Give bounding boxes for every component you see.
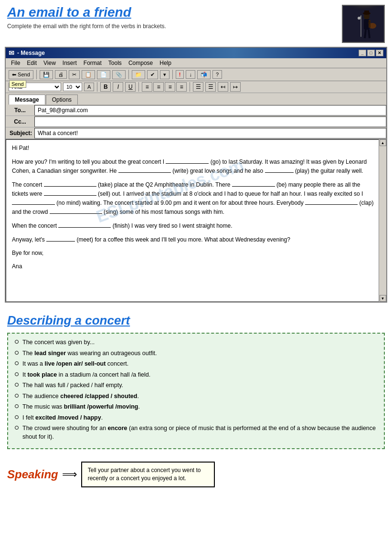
email-paragraph-4: Anyway, let's (meet) for a coffee this w… xyxy=(12,235,374,244)
email-body[interactable]: ESLprintables.com Hi Pat! How are you? I… xyxy=(6,139,386,302)
minimize-button[interactable]: _ xyxy=(359,50,366,56)
bold-took-place: took place xyxy=(27,371,57,378)
send-tooltip-label: Send xyxy=(9,80,26,88)
increase-indent-button[interactable]: ↦ xyxy=(230,82,241,92)
description-box: The concert was given by... The lead sin… xyxy=(7,333,385,449)
title-bar: ✉ - Message _ □ ✕ xyxy=(6,48,386,58)
align-left-button[interactable]: ≡ xyxy=(142,82,152,92)
menu-format[interactable]: Format xyxy=(81,59,104,67)
menu-tools[interactable]: Tools xyxy=(106,59,124,67)
save-icon: 💾 xyxy=(43,72,50,78)
menu-edit[interactable]: Edit xyxy=(24,59,39,67)
bold-lead-singer: lead singer xyxy=(34,350,66,357)
underline-button[interactable]: U xyxy=(125,82,136,92)
print-icon: 🖨 xyxy=(58,72,64,77)
cc-value[interactable] xyxy=(34,116,386,127)
bold-button[interactable]: B xyxy=(100,82,111,92)
separator-1 xyxy=(36,70,37,79)
paste-button[interactable]: 📄 xyxy=(97,70,110,79)
check-button[interactable]: ✔ xyxy=(147,70,158,79)
blank-10 xyxy=(58,221,111,228)
spell-check-button[interactable]: A xyxy=(84,83,94,91)
subject-field-row: Subject: What a concert! xyxy=(6,127,386,139)
paste-icon: 📄 xyxy=(100,72,107,78)
menu-view[interactable]: View xyxy=(41,59,58,67)
tab-message[interactable]: Message xyxy=(9,95,45,105)
svg-rect-7 xyxy=(364,11,369,14)
cc-field-row: Cc... xyxy=(6,116,386,127)
bold-cheered: cheered /clapped / shouted xyxy=(60,393,137,400)
copy-icon: 📋 xyxy=(85,72,92,78)
tab-options[interactable]: Options xyxy=(46,95,78,105)
email-fields: To... Pat_98@gmail.com Cc... Subject: Wh… xyxy=(6,105,386,139)
ordered-list-button[interactable]: ☰ xyxy=(205,82,216,92)
justify-button[interactable]: ≡ xyxy=(176,82,187,92)
email-paragraph-3: When the concert (finish) I was very tir… xyxy=(12,221,374,230)
scroll-up-button[interactable]: ▲ xyxy=(380,139,386,146)
email-paragraph-1: How are you? I'm writing to tell you abo… xyxy=(12,157,374,175)
menu-compose[interactable]: Compose xyxy=(126,59,155,67)
scroll-track[interactable] xyxy=(380,146,386,295)
blank-9 xyxy=(50,207,102,214)
align-buttons: ≡ ≡ ≡ ≡ xyxy=(142,82,187,92)
menu-bar: File Edit View Insert Format Tools Compo… xyxy=(6,58,386,68)
menu-insert[interactable]: Insert xyxy=(60,59,79,67)
help-button[interactable]: ? xyxy=(212,70,222,79)
svg-line-12 xyxy=(365,30,366,38)
subject-label: Subject: xyxy=(6,128,34,138)
accounts-icon: 📬 xyxy=(201,72,207,78)
cut-button[interactable]: ✂ xyxy=(69,70,80,79)
print-button[interactable]: 🖨 xyxy=(55,70,67,79)
address-button[interactable]: 📁 xyxy=(132,70,145,79)
blank-4 xyxy=(44,180,96,187)
list-item-1: The concert was given by... xyxy=(15,338,377,347)
send-button[interactable]: ⬅ Send Send xyxy=(9,70,33,79)
to-label[interactable]: To... xyxy=(6,105,34,115)
unordered-list-button[interactable]: ☰ xyxy=(193,82,203,92)
top-left: An email to a friend Complete the email … xyxy=(7,5,166,30)
separator-4 xyxy=(97,82,97,92)
to-value[interactable]: Pat_98@gmail.com xyxy=(34,105,386,116)
close-button[interactable]: ✕ xyxy=(376,50,383,56)
title-bar-left: ✉ - Message xyxy=(9,49,45,57)
menu-file[interactable]: File xyxy=(9,59,22,67)
save-button[interactable]: 💾 xyxy=(40,70,53,79)
bullet-7 xyxy=(15,404,19,408)
copy-button[interactable]: 📋 xyxy=(82,70,95,79)
send-arrow-icon: ⬅ xyxy=(12,72,16,77)
blank-2 xyxy=(118,166,171,173)
dropdown-button[interactable]: ▾ xyxy=(160,70,170,79)
align-center-button[interactable]: ≡ xyxy=(153,82,164,92)
email-client: ✉ - Message _ □ ✕ File Edit View Insert … xyxy=(5,47,387,303)
email-greeting: Hi Pat! xyxy=(12,144,374,152)
speaking-title: Speaking xyxy=(7,468,58,481)
subject-value[interactable]: What a concert! xyxy=(34,128,386,138)
format-bar: Arial 10 A B I U ≡ ≡ ≡ ≡ ☰ ☰ ↤ ↦ xyxy=(6,81,386,93)
attach-icon: 📎 xyxy=(116,72,122,78)
subtitle: Complete the email with the right form o… xyxy=(7,23,166,30)
bullet-6 xyxy=(15,394,19,398)
accounts-button[interactable]: 📬 xyxy=(197,70,211,79)
font-size-select[interactable]: 10 xyxy=(63,83,82,91)
title-bar-controls: _ □ ✕ xyxy=(359,50,383,56)
guitarist-silhouette xyxy=(343,6,385,43)
window-title: - Message xyxy=(17,50,45,56)
list-item-8: I felt excited /moved / happy. xyxy=(15,414,377,422)
menu-help[interactable]: Help xyxy=(157,59,174,67)
decrease-indent-button[interactable]: ↤ xyxy=(218,82,228,92)
cc-label[interactable]: Cc... xyxy=(6,117,34,126)
italic-button[interactable]: I xyxy=(113,82,123,92)
scroll-down-button[interactable]: ▼ xyxy=(380,295,386,302)
bold-brilliant: brilliant /powerful /moving xyxy=(64,403,138,410)
maximize-button[interactable]: □ xyxy=(367,50,375,56)
blank-11 xyxy=(46,235,75,242)
blank-1 xyxy=(166,157,209,164)
down-arrow-button[interactable]: ↓ xyxy=(186,70,195,79)
bullet-9 xyxy=(15,426,19,430)
scrollbar[interactable]: ▲ ▼ xyxy=(379,139,386,302)
bullet-2 xyxy=(15,351,19,355)
email-closing: Bye for now, xyxy=(12,249,374,257)
align-right-button[interactable]: ≡ xyxy=(165,82,175,92)
exclaim-button[interactable]: ! xyxy=(176,70,184,79)
attach-button[interactable]: 📎 xyxy=(112,70,126,79)
